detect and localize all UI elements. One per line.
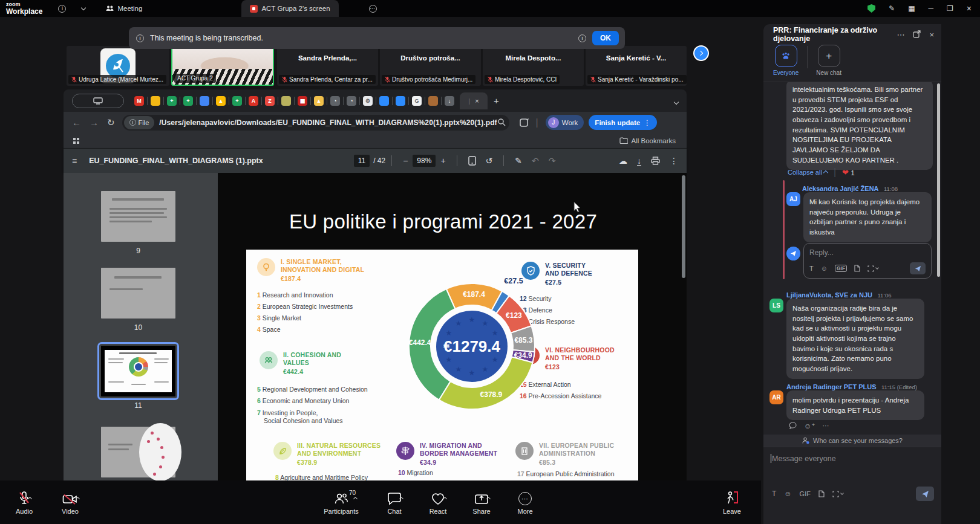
info-chevron-icon[interactable] xyxy=(82,8,85,10)
pdf-more-icon[interactable]: ⋮ xyxy=(670,156,678,166)
redo-icon[interactable]: ↷ xyxy=(549,156,556,166)
tab-everyone[interactable]: Everyone xyxy=(773,45,799,76)
update-menu-icon[interactable]: ⋮ xyxy=(644,118,651,127)
drive-multicolor-favicon[interactable]: ▲ xyxy=(314,96,324,106)
participants-button[interactable]: 70 Participants xyxy=(322,490,361,515)
download-tab-favicon[interactable]: ↓ xyxy=(445,96,454,106)
pop-out-icon[interactable] xyxy=(913,30,921,38)
format-text-icon[interactable]: T xyxy=(772,490,776,498)
close-button[interactable]: × xyxy=(967,4,972,13)
video-tile-udruga-latice[interactable]: Udruga Latice (Marcel Murtez... xyxy=(67,46,169,86)
zoom-blue-favicon[interactable] xyxy=(396,96,405,106)
thumbnail-slide-10[interactable]: 10 xyxy=(101,268,175,319)
new-tab-button[interactable]: + xyxy=(494,95,499,106)
video-tile-act-grupa-2[interactable]: ACT Grupa 2 xyxy=(171,46,274,86)
chat-message-aj[interactable]: Mi kao Korisnik tog projekta dajemo najv… xyxy=(803,192,932,242)
reload-button[interactable]: ↻ xyxy=(107,117,115,128)
zoom-out-button[interactable]: − xyxy=(403,156,408,166)
gif-icon[interactable]: GIF xyxy=(835,265,847,272)
chat-composer[interactable]: Message everyone T ☺ GIF xyxy=(763,447,941,524)
chat-close-icon[interactable]: × xyxy=(929,30,934,39)
zoom-level[interactable]: 98% xyxy=(413,155,436,167)
print-icon[interactable] xyxy=(651,157,660,165)
video-button[interactable]: Video xyxy=(51,490,90,515)
gear-favicon[interactable]: ⚙ xyxy=(363,96,373,106)
reply-send-button[interactable] xyxy=(910,262,926,274)
download-icon[interactable]: ↓ xyxy=(637,157,641,166)
save-to-drive-icon[interactable]: ☁ xyxy=(619,156,627,166)
photos-blue-favicon[interactable] xyxy=(200,96,209,106)
meeting-info-icon[interactable]: i xyxy=(58,5,66,13)
banner-ok-button[interactable]: OK xyxy=(592,31,619,45)
reply-box[interactable]: Reply... T ☺ GIF xyxy=(803,243,932,279)
tab-list-chevron-icon[interactable] xyxy=(675,95,678,106)
active-pdf-tab[interactable]: |× xyxy=(460,92,488,109)
file-icon[interactable] xyxy=(818,490,825,497)
tab-group-icon[interactable] xyxy=(519,117,530,128)
screenshot-icon[interactable] xyxy=(832,491,843,497)
thumbnail-slide-9[interactable]: 9 xyxy=(101,191,175,242)
avatar-ls[interactable]: LS xyxy=(769,299,783,312)
format-text-icon[interactable]: T xyxy=(809,265,814,272)
reply-input[interactable]: Reply... xyxy=(809,248,926,257)
emoji-icon[interactable]: ☺ xyxy=(821,265,828,272)
annotate-pencil-icon[interactable]: ✎ xyxy=(889,4,895,13)
zoom-blue-favicon[interactable] xyxy=(379,96,389,106)
avatar-aj[interactable]: AJ xyxy=(786,192,800,206)
screenshot-icon[interactable] xyxy=(867,265,878,272)
pdf-menu-icon[interactable]: ≡ xyxy=(72,156,77,166)
chat-message-partial[interactable]: intelektualnim teškoćama. Bili smo partn… xyxy=(786,82,933,170)
banner-info-icon[interactable]: i xyxy=(578,34,586,42)
file-icon[interactable] xyxy=(854,265,860,272)
chat-button[interactable]: Chat xyxy=(375,490,414,515)
video-tile-drustvo-potrosaca[interactable]: Društvo potroša... Društvo potrošača Međ… xyxy=(380,46,481,86)
finish-update-button[interactable]: Finish update ⋮ xyxy=(589,115,656,130)
thumbnail-slide-11-selected[interactable]: 11 xyxy=(101,346,175,396)
chat-message-ls[interactable]: Naša organizacija radije bira da je nosi… xyxy=(786,299,924,379)
globe-favicon[interactable]: ◔ xyxy=(347,96,356,106)
author-name[interactable]: Andreja Radinger PET PLUS xyxy=(786,383,877,390)
leave-button[interactable]: Leave xyxy=(713,490,751,515)
heart-reaction[interactable]: ❤ 1 xyxy=(842,168,855,177)
who-can-see-bar[interactable]: Who can see your messages? xyxy=(763,435,941,447)
annotate-pen-icon[interactable]: ✎ xyxy=(515,156,522,166)
google-favicon[interactable]: G xyxy=(412,96,422,106)
profile-button[interactable]: J Work xyxy=(546,115,584,130)
tab-new-chat[interactable]: + New chat xyxy=(816,45,841,76)
tab-more-icon[interactable]: ⋯ xyxy=(369,5,377,13)
forward-button[interactable]: → xyxy=(90,117,99,128)
red-grid-favicon[interactable]: ▦ xyxy=(298,96,307,106)
page-number-input[interactable]: 11 xyxy=(354,155,370,167)
add-reaction-icon[interactable]: ☺⁺ xyxy=(804,422,815,430)
drive-multicolor-favicon[interactable]: ▲ xyxy=(216,96,226,106)
orange-dot-favicon[interactable] xyxy=(428,96,438,106)
url-omnibox[interactable]: iFile /Users/jelenapavlovic/Downloads/EU… xyxy=(122,115,509,131)
author-name[interactable]: LjiljanaVukota, SVE za NJU xyxy=(786,291,872,299)
zapier-red-favicon[interactable]: Z xyxy=(265,96,275,106)
reply-in-thread-icon[interactable] xyxy=(789,422,797,429)
pdf-scrollbar[interactable] xyxy=(682,175,685,278)
chat-more-icon[interactable]: ⋯ xyxy=(897,30,904,39)
zoom-search-icon[interactable] xyxy=(497,118,506,126)
next-participants-button[interactable] xyxy=(693,45,709,61)
minimize-button[interactable]: ─ xyxy=(929,4,934,13)
all-bookmarks-button[interactable]: All Bookmarks xyxy=(619,137,676,144)
share-button[interactable]: Share xyxy=(462,490,501,515)
video-tile-mirela-despotovic[interactable]: Mirela Despoto... Mirela Despotović, CCI xyxy=(483,46,584,86)
tab-search-pill[interactable] xyxy=(72,94,124,108)
avatar-ar[interactable]: AR xyxy=(769,390,783,404)
more-button[interactable]: ⋯ More xyxy=(506,490,544,515)
video-tile-sanja-keretic[interactable]: Sanja Keretić - V... Sanja Keretić - Var… xyxy=(586,46,687,86)
close-tab-icon[interactable]: × xyxy=(475,97,479,105)
undo-icon[interactable]: ↶ xyxy=(532,156,539,166)
gmail-favicon[interactable]: M xyxy=(134,96,144,106)
gif-icon[interactable]: GIF xyxy=(800,490,811,497)
sheets-green-favicon[interactable]: + xyxy=(183,96,193,106)
red-a-favicon[interactable]: A xyxy=(249,96,258,106)
olive-oval-favicon[interactable] xyxy=(281,96,291,106)
sheets-green-favicon[interactable]: + xyxy=(232,96,242,106)
globe-favicon[interactable]: ◔ xyxy=(330,96,340,106)
sheets-green-favicon[interactable]: + xyxy=(167,96,177,106)
rotate-icon[interactable]: ↺ xyxy=(486,156,493,166)
restore-button[interactable]: ❐ xyxy=(947,4,953,13)
